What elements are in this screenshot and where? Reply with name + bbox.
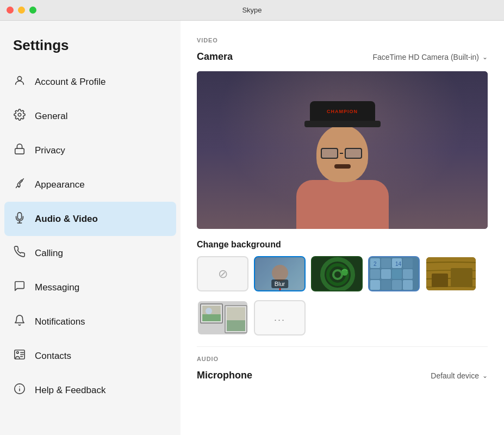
bg-option-blue-tiles[interactable]: 2 14 [368, 256, 420, 291]
bg-option-green[interactable] [311, 256, 363, 291]
titlebar: Skype [0, 0, 504, 21]
svg-rect-31 [392, 280, 402, 290]
background-options-row2: ... [197, 300, 488, 335]
video-section-label: VIDEO [197, 37, 488, 44]
lock-icon [13, 143, 26, 158]
svg-rect-27 [392, 269, 402, 279]
sidebar-item-privacy-label: Privacy [35, 145, 65, 156]
sidebar-item-account[interactable]: Account & Profile [0, 65, 181, 99]
svg-rect-28 [403, 269, 413, 279]
bg-option-none[interactable]: ⊘ [197, 256, 248, 291]
sidebar: Settings Account & Profile General [0, 21, 181, 435]
svg-point-0 [17, 77, 21, 80]
svg-rect-25 [370, 269, 380, 279]
svg-point-1 [18, 113, 21, 116]
bg-option-framed[interactable] [197, 300, 248, 335]
sidebar-item-audio-video-label: Audio & Video [35, 214, 98, 225]
window-controls[interactable] [7, 7, 36, 14]
sidebar-item-messaging-label: Messaging [35, 282, 79, 293]
audio-divider [197, 346, 488, 347]
svg-point-43 [206, 308, 212, 314]
video-preview: CHAMPION [197, 71, 488, 229]
audio-section-label: AUDIO [197, 356, 488, 362]
window-title: Skype [242, 6, 262, 14]
svg-rect-15 [312, 257, 363, 291]
gear-icon [13, 109, 26, 123]
svg-rect-46 [227, 320, 245, 331]
camera-label: Camera [197, 51, 233, 63]
camera-value: FaceTime HD Camera (Built-in) [372, 53, 479, 61]
close-button[interactable] [7, 7, 14, 14]
microphone-selector[interactable]: Default device ⌄ [431, 371, 488, 380]
person-icon [13, 74, 26, 89]
sidebar-item-account-label: Account & Profile [35, 77, 105, 88]
sidebar-item-contacts-label: Contacts [35, 351, 71, 362]
chevron-down-icon: ⌄ [482, 53, 488, 61]
bell-icon [13, 314, 26, 329]
bg-option-room[interactable] [425, 256, 477, 291]
bg-option-blur[interactable]: Blur [254, 256, 306, 291]
sidebar-item-appearance[interactable]: Appearance [0, 167, 181, 202]
svg-rect-32 [403, 280, 413, 290]
sidebar-item-general-label: General [35, 111, 67, 122]
svg-text:2: 2 [374, 261, 377, 267]
svg-line-3 [23, 179, 24, 180]
sidebar-item-privacy[interactable]: Privacy [0, 133, 181, 167]
more-icon: ... [274, 312, 285, 324]
brush-icon [13, 177, 26, 192]
bg-option-more[interactable]: ... [254, 300, 306, 335]
sidebar-item-help[interactable]: Help & Feedback [0, 373, 181, 407]
contacts-icon [13, 349, 26, 363]
svg-rect-37 [432, 274, 448, 287]
app-body: Settings Account & Profile General [0, 21, 504, 435]
sidebar-item-notifications-label: Notifications [35, 316, 85, 327]
blur-label: Blur [271, 279, 289, 288]
microphone-value: Default device [431, 371, 479, 380]
phone-icon [13, 246, 26, 260]
svg-text:14: 14 [395, 261, 402, 267]
svg-rect-42 [202, 314, 221, 321]
svg-rect-22 [381, 258, 391, 268]
sidebar-item-general[interactable]: General [0, 99, 181, 133]
maximize-button[interactable] [29, 7, 36, 14]
message-icon [13, 280, 26, 295]
svg-rect-30 [381, 280, 391, 290]
sidebar-item-calling-label: Calling [35, 248, 63, 259]
camera-selector[interactable]: FaceTime HD Camera (Built-in) ⌄ [372, 53, 488, 61]
svg-rect-24 [403, 258, 413, 268]
sidebar-item-notifications[interactable]: Notifications [0, 304, 181, 339]
microphone-icon [13, 212, 26, 226]
sidebar-item-audio-video[interactable]: Audio & Video [4, 202, 176, 236]
sidebar-item-messaging[interactable]: Messaging [0, 270, 181, 304]
svg-rect-26 [381, 269, 391, 279]
svg-rect-29 [370, 280, 380, 290]
svg-rect-2 [15, 148, 24, 154]
minimize-button[interactable] [18, 7, 25, 14]
sidebar-heading: Settings [0, 32, 181, 65]
svg-rect-38 [451, 268, 472, 287]
microphone-label: Microphone [197, 370, 252, 381]
sidebar-item-help-label: Help & Feedback [35, 385, 105, 396]
microphone-setting-row: Microphone Default device ⌄ [197, 370, 488, 381]
chevron-down-icon-mic: ⌄ [482, 372, 488, 380]
change-bg-label: Change background [197, 240, 488, 250]
sidebar-item-appearance-label: Appearance [35, 179, 85, 190]
sidebar-item-calling[interactable]: Calling [0, 236, 181, 270]
sidebar-item-contacts[interactable]: Contacts [0, 339, 181, 373]
content-area: VIDEO Camera FaceTime HD Camera (Built-i… [181, 21, 504, 435]
camera-setting-row: Camera FaceTime HD Camera (Built-in) ⌄ [197, 51, 488, 63]
background-options: ⊘ Blur [197, 256, 488, 291]
slash-icon: ⊘ [218, 267, 228, 281]
info-icon [13, 383, 26, 397]
